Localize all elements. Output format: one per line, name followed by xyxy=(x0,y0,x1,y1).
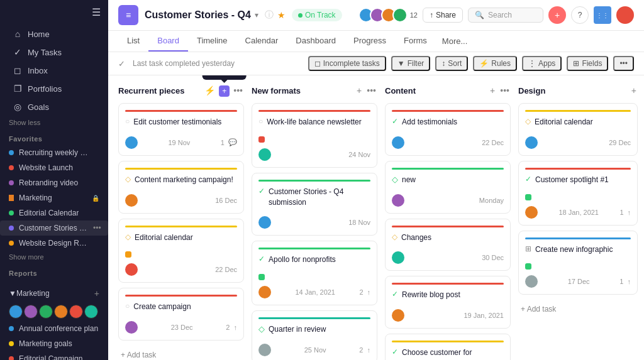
help-button[interactable]: ? xyxy=(571,6,589,24)
column-more-icon[interactable]: ••• xyxy=(365,84,377,97)
card-create-infographic[interactable]: ⊞ Create new infographic 17 Dec 1 ↑ xyxy=(518,231,638,295)
card-create-campaign[interactable]: ○ Create campaign 23 Dec 2 ↑ xyxy=(118,288,244,341)
star-icon[interactable]: ★ xyxy=(277,10,286,20)
add-col-btn[interactable]: + xyxy=(489,84,496,97)
card-editorial-calendar-2[interactable]: ◇ Editorial calendar 29 Dec xyxy=(518,103,638,156)
team-item-conference[interactable]: Annual conference plan xyxy=(0,321,108,336)
fav-dot xyxy=(9,180,14,185)
card-title: Add testimonials xyxy=(402,117,457,128)
fields-btn[interactable]: ⊞ Fields xyxy=(567,56,608,71)
card-edit-testimonials[interactable]: ○ Edit customer testimonials 19 Nov 1 💬 xyxy=(118,103,244,156)
sort-btn[interactable]: ↕ Sort xyxy=(435,56,468,71)
tab-more[interactable]: More... xyxy=(436,31,474,51)
column-more-icon[interactable]: ••• xyxy=(499,84,511,97)
tab-calendar[interactable]: Calendar xyxy=(236,31,287,52)
team-item-editorial-campaign[interactable]: Editorial Campaign xyxy=(0,351,108,360)
sidebar-item-website-launch[interactable]: Website Launch xyxy=(0,160,108,175)
fav-label: Website Launch xyxy=(19,163,73,172)
incomplete-tasks-btn[interactable]: ◻ Incomplete tasks xyxy=(308,56,386,71)
card-customer-stories-q4[interactable]: ✓ Customer Stories - Q4 submission 18 No… xyxy=(252,173,377,236)
card-date: 19 Jan, 2021 xyxy=(464,312,504,319)
add-column-task-btn[interactable]: + xyxy=(219,85,230,97)
card-editorial-calendar-1[interactable]: ◇ Editorial calendar 22 Dec xyxy=(118,219,244,283)
add-col-btn[interactable]: + xyxy=(355,84,363,97)
teams-header[interactable]: ▼ Marketing + xyxy=(0,285,108,302)
tab-forms[interactable]: Forms xyxy=(395,31,436,52)
add-task-btn-recurrent[interactable]: + Add task xyxy=(118,346,244,360)
subtask-count: 2 xyxy=(359,288,363,296)
search-box[interactable]: 🔍 Search xyxy=(468,8,543,23)
teams-chevron: ▼ xyxy=(9,289,16,298)
title-dropdown-chevron[interactable]: ▾ xyxy=(255,11,258,19)
sidebar-item-label: My Tasks xyxy=(28,48,62,57)
add-task-label: + Add task xyxy=(121,351,156,359)
card-apollo[interactable]: ✓ Apollo for nonprofits 14 Jan, 2021 2 ↑ xyxy=(252,241,377,305)
share-button[interactable]: ↑ Share xyxy=(423,8,463,23)
more-options-btn[interactable]: ••• xyxy=(613,56,634,71)
tag xyxy=(525,263,531,270)
sidebar-item-portfolios[interactable]: ❐ Portfolios xyxy=(4,80,104,97)
show-less-btn[interactable]: Show less xyxy=(0,116,108,129)
add-col-btn[interactable]: + xyxy=(630,84,638,97)
sidebar-item-rebranding[interactable]: Rebranding video xyxy=(0,175,108,190)
add-task-btn-design[interactable]: + Add task xyxy=(518,300,638,319)
sidebar-item-recruiting[interactable]: Recruiting weekly mee... xyxy=(0,145,108,160)
more-icon[interactable]: ••• xyxy=(93,224,101,232)
subtask-count: 2 xyxy=(359,346,363,354)
apps-button[interactable]: ⋮⋮ xyxy=(594,6,611,24)
task-status-icon: ○ xyxy=(258,117,263,126)
card-title: Customer Stories - Q4 submission xyxy=(269,187,370,208)
info-icon[interactable]: ⓘ xyxy=(265,9,274,21)
add-task-tooltip: Add task xyxy=(202,75,247,80)
card-date: 18 Nov xyxy=(348,219,370,226)
check-icon: ✓ xyxy=(118,59,125,68)
sidebar-item-inbox[interactable]: ◻ Inbox xyxy=(4,62,104,79)
tab-timeline[interactable]: Timeline xyxy=(188,31,236,52)
sidebar-item-website-design[interactable]: Website Design Reque... xyxy=(0,236,108,251)
sidebar-item-customer-stories[interactable]: Customer Stories - Q4 ••• xyxy=(0,221,108,236)
show-more-btn[interactable]: Show more xyxy=(0,251,108,263)
card-date: 17 Dec xyxy=(568,278,590,285)
filter-icon: ▼ xyxy=(397,59,405,68)
subtask-count: 1 xyxy=(619,278,623,285)
apps-btn[interactable]: ⋮ Apps xyxy=(522,56,562,71)
card-rewrite-blog[interactable]: ✓ Rewrite blog post 19 Jan, 2021 xyxy=(385,276,511,329)
sidebar-item-label: Home xyxy=(28,30,50,39)
card-quarter-review[interactable]: ◇ Quarter in review 25 Nov 2 ↑ xyxy=(252,310,377,360)
add-button[interactable]: + xyxy=(548,6,566,24)
collapse-icon[interactable]: ☰ xyxy=(92,6,101,18)
card-avatar xyxy=(125,194,138,207)
task-status-icon: ◇ xyxy=(258,324,265,334)
sort-label: Sort xyxy=(448,59,462,68)
add-team-btn[interactable]: + xyxy=(94,288,99,298)
card-work-life[interactable]: ○ Work-life balance newsletter 24 Nov xyxy=(252,103,377,168)
sidebar-item-marketing[interactable]: Marketing 🔒 xyxy=(0,190,108,205)
rules-icon: ⚡ xyxy=(479,59,489,68)
last-task-text: Last task completed yesterday xyxy=(133,59,235,68)
card-status-bar xyxy=(125,295,237,297)
tab-progress[interactable]: Progress xyxy=(345,31,395,52)
sidebar-item-editorial[interactable]: Editorial Calendar xyxy=(0,205,108,221)
card-new[interactable]: ◇ new Monday xyxy=(385,161,511,214)
card-changes[interactable]: ◇ Changes 30 Dec xyxy=(385,219,511,271)
card-content-marketing[interactable]: ◇ Content marketing campaign! 16 Dec xyxy=(118,161,244,214)
column-actions: ⚡ + Add task ••• xyxy=(203,84,244,97)
rules-btn[interactable]: ⚡ Rules xyxy=(473,56,517,71)
tab-list[interactable]: List xyxy=(118,31,148,52)
user-avatar[interactable] xyxy=(616,6,634,24)
subtask-icon: ↑ xyxy=(233,324,237,331)
card-customer-spotlight[interactable]: ✓ Customer spotlight #1 18 Jan, 2021 1 ↑ xyxy=(518,161,638,226)
sidebar-item-my-tasks[interactable]: ✓ My Tasks xyxy=(4,43,104,61)
column-more-icon[interactable]: ••• xyxy=(232,84,244,97)
sidebar-item-goals[interactable]: ◎ Goals xyxy=(4,98,104,116)
card-choose-customer[interactable]: ✓ Choose customer for February spotlight… xyxy=(385,334,511,360)
tag xyxy=(258,274,265,280)
card-title: Editorial calendar xyxy=(535,117,593,128)
filter-btn[interactable]: ▼ Filter xyxy=(391,56,431,71)
tab-dashboard[interactable]: Dashboard xyxy=(287,31,345,52)
lightning-icon[interactable]: ⚡ xyxy=(203,84,216,97)
card-add-testimonials[interactable]: ✓ Add testimonials 22 Dec xyxy=(385,103,511,156)
team-item-goals[interactable]: Marketing goals xyxy=(0,336,108,351)
sidebar-item-home[interactable]: ⌂ Home xyxy=(4,25,104,43)
tab-board[interactable]: Board xyxy=(148,31,188,52)
